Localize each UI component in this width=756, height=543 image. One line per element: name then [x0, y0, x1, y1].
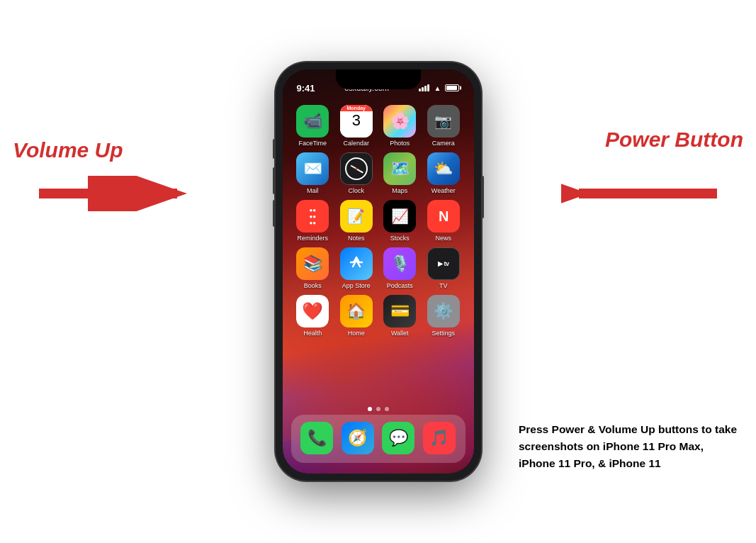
app-camera[interactable]: 📷 Camera: [423, 105, 464, 147]
app-weather[interactable]: ⛅ Weather: [423, 152, 464, 194]
app-settings[interactable]: ⚙️ Settings: [423, 295, 464, 337]
app-wallet[interactable]: 💳 Wallet: [379, 295, 420, 337]
app-podcasts[interactable]: 🎙️ Podcasts: [379, 247, 420, 289]
app-clock[interactable]: Clock: [336, 152, 377, 194]
app-row-3: ●●●●●● Reminders 📝 Notes 📈 Stocks: [291, 200, 466, 242]
status-time: 9:41: [297, 77, 315, 94]
signal-icon: [419, 84, 429, 91]
app-photos[interactable]: 🌸 Photos: [379, 105, 420, 147]
app-reminders[interactable]: ●●●●●● Reminders: [292, 200, 333, 242]
app-notes[interactable]: 📝 Notes: [336, 200, 377, 242]
dock-messages[interactable]: 💬: [378, 422, 419, 457]
wifi-icon: ▲: [434, 84, 441, 92]
dock-safari[interactable]: 🧭: [337, 422, 378, 457]
app-row-4: 📚 Books App Store 🎙️ Podcasts: [291, 247, 466, 289]
page-wrapper: Volume Up Power Button Press Power & Vol…: [0, 0, 756, 543]
dock: 📞 🧭 💬 🎵: [291, 415, 466, 463]
app-calendar[interactable]: Monday 3 Calendar: [336, 105, 377, 147]
volume-down-button[interactable]: [273, 200, 276, 227]
app-tv[interactable]: ▶ tv TV: [423, 247, 464, 289]
description-text: Press Power & Volume Up buttons to take …: [519, 421, 738, 472]
app-news[interactable]: N News: [423, 200, 464, 242]
app-row-1: 📹 FaceTime Monday 3 Calendar: [291, 105, 466, 147]
status-icons: ▲: [419, 79, 460, 92]
app-books[interactable]: 📚 Books: [292, 247, 333, 289]
app-maps[interactable]: 🗺️ Maps: [379, 152, 420, 194]
phone-container: 9:41 osxdaily.com ▲: [276, 62, 481, 481]
power-button-arrow: [561, 176, 717, 211]
app-mail[interactable]: ✉️ Mail: [292, 152, 333, 194]
app-home[interactable]: 🏠 Home: [336, 295, 377, 337]
dock-music[interactable]: 🎵: [419, 422, 460, 457]
volume-up-button[interactable]: [273, 167, 276, 194]
volume-up-arrow: [39, 176, 195, 211]
page-dots: [283, 407, 474, 411]
power-button[interactable]: [481, 176, 484, 218]
app-row-5: ❤️ Health 🏠 Home 💳 Wallet: [291, 295, 466, 337]
dot-1: [368, 407, 372, 411]
app-row-2: ✉️ Mail: [291, 152, 466, 194]
silent-switch[interactable]: [273, 139, 276, 159]
battery-icon: [445, 84, 459, 91]
dot-3: [385, 407, 389, 411]
dot-2: [376, 407, 380, 411]
volume-up-label: Volume Up: [13, 138, 123, 162]
app-health[interactable]: ❤️ Health: [292, 295, 333, 337]
app-stocks[interactable]: 📈 Stocks: [379, 200, 420, 242]
notch: [336, 69, 421, 89]
app-appstore[interactable]: App Store: [336, 247, 377, 289]
app-grid: 📹 FaceTime Monday 3 Calendar: [283, 105, 474, 342]
app-facetime[interactable]: 📹 FaceTime: [292, 105, 333, 147]
power-button-label: Power Button: [605, 128, 743, 152]
dock-phone[interactable]: 📞: [297, 422, 338, 457]
phone-screen: 9:41 osxdaily.com ▲: [283, 69, 474, 474]
phone-body: 9:41 osxdaily.com ▲: [276, 62, 481, 481]
